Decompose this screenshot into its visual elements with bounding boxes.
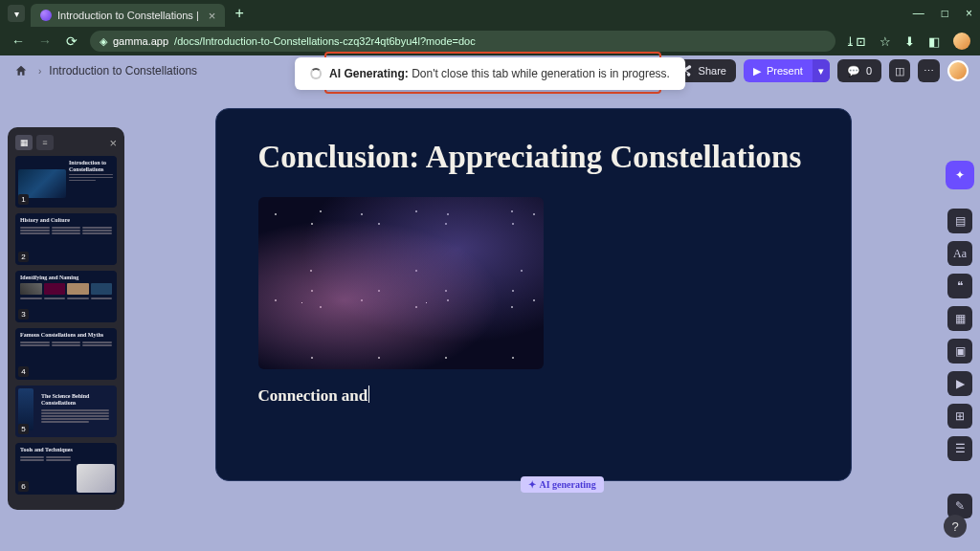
- downloads-icon[interactable]: ⬇: [904, 34, 915, 49]
- table-button[interactable]: ⊞: [947, 404, 972, 429]
- filmstrip-view-tab[interactable]: ▦: [15, 135, 33, 150]
- gamma-favicon-icon: [40, 10, 52, 21]
- present-dropdown[interactable]: ▾: [813, 59, 830, 82]
- ai-generating-chip: AI generating: [521, 476, 604, 493]
- current-slide[interactable]: Conclusion: Appreciating Constellations …: [215, 108, 852, 481]
- form-button[interactable]: ☰: [947, 436, 972, 461]
- video-icon: ▶: [956, 377, 965, 390]
- layout-icon: ▦: [955, 312, 966, 325]
- close-window-icon[interactable]: ×: [966, 7, 972, 20]
- forward-button[interactable]: →: [36, 33, 54, 49]
- workspace: › Introduction to Constellations Theme S…: [0, 55, 980, 551]
- text-aa-icon: Aa: [953, 247, 967, 261]
- browser-toolbar: ← → ⟳ ◈ gamma.app/docs/Introduction-to-C…: [0, 27, 980, 55]
- help-icon: ?: [951, 519, 958, 534]
- slide-image[interactable]: [258, 197, 544, 369]
- toast-message: Don't close this tab while generation is…: [412, 67, 670, 80]
- canvas[interactable]: Conclusion: Appreciating Constellations …: [124, 55, 980, 551]
- maximize-icon[interactable]: □: [942, 7, 948, 20]
- window-controls: — □ ×: [913, 7, 972, 20]
- comment-count: 0: [866, 65, 872, 77]
- pencil-icon: ✎: [955, 499, 965, 513]
- extensions-icon[interactable]: ◧: [928, 34, 940, 49]
- right-tool-rail: ▤ Aa ❝ ▦ ▣ ▶ ⊞ ☰ ✎: [946, 209, 974, 518]
- url-path: /docs/Introduction-to-Constellations-czq…: [174, 35, 476, 47]
- profile-avatar-icon[interactable]: [953, 33, 970, 50]
- user-avatar[interactable]: [947, 60, 969, 81]
- tab-title: Introduction to Constellations |: [57, 10, 199, 21]
- outline-view-tab[interactable]: ≡: [36, 135, 54, 150]
- present-label: Present: [767, 65, 803, 77]
- thumbnail-list: Introduction to Constellations 1 History…: [15, 156, 117, 495]
- callout-icon: ❝: [957, 279, 963, 293]
- callout-button[interactable]: ❝: [947, 274, 972, 298]
- ai-chip-label: AI generating: [540, 479, 596, 490]
- slide-thumb-3[interactable]: Identifying and Naming 3: [15, 271, 117, 322]
- new-tab-button[interactable]: +: [234, 5, 243, 22]
- site-info-icon[interactable]: ◈: [100, 35, 107, 48]
- more-menu-button[interactable]: ⋯: [918, 59, 940, 82]
- analytics-icon: ◫: [895, 65, 904, 77]
- card-templates-button[interactable]: ▤: [947, 209, 972, 233]
- embed-button[interactable]: ▶: [947, 371, 972, 396]
- bookmark-icon[interactable]: ☆: [880, 34, 891, 49]
- play-icon: ▶: [753, 65, 761, 77]
- tab-search-dropdown[interactable]: ▾: [8, 5, 25, 22]
- address-bar[interactable]: ◈ gamma.app/docs/Introduction-to-Constel…: [90, 31, 835, 52]
- browser-tab-bar: ▾ Introduction to Constellations | × + —…: [0, 0, 980, 27]
- image-icon: ▣: [955, 344, 966, 358]
- more-icon: ⋯: [924, 65, 934, 77]
- table-icon: ⊞: [955, 409, 965, 423]
- url-domain: gamma.app: [113, 35, 168, 47]
- slide-thumb-2[interactable]: History and Culture 2: [15, 213, 117, 265]
- analytics-button[interactable]: ◫: [889, 59, 910, 82]
- present-button[interactable]: ▶ Present ▾: [744, 59, 830, 82]
- toast-strong: AI Generating:: [329, 67, 409, 80]
- layout-button[interactable]: ▦: [947, 306, 972, 331]
- slide-thumb-1[interactable]: Introduction to Constellations 1: [15, 156, 117, 208]
- home-button[interactable]: [11, 61, 31, 80]
- ai-generating-toast: AI Generating: Don't close this tab whil…: [295, 57, 685, 90]
- comment-icon: 💬: [847, 65, 860, 77]
- close-tab-icon[interactable]: ×: [209, 9, 216, 23]
- close-panel-button[interactable]: ×: [109, 136, 117, 150]
- text-cursor: [368, 386, 369, 403]
- templates-icon: ▤: [955, 214, 966, 228]
- slide-thumbnails-panel: ▦ ≡ × Introduction to Constellations 1 H…: [8, 127, 124, 510]
- help-button[interactable]: ?: [944, 515, 967, 538]
- visual-button[interactable]: ▣: [947, 339, 972, 364]
- comments-button[interactable]: 💬 0: [837, 59, 881, 82]
- text-formatting-button[interactable]: Aa: [947, 241, 972, 266]
- slide-thumb-6[interactable]: Tools and Techniques 6: [15, 443, 117, 495]
- browser-tab[interactable]: Introduction to Constellations | ×: [31, 4, 225, 27]
- spinner-icon: [310, 68, 322, 79]
- form-icon: ☰: [955, 442, 966, 455]
- slide-subheading[interactable]: Connection and: [258, 386, 368, 406]
- sparkle-ai-icon: ✦: [955, 168, 965, 182]
- back-button[interactable]: ←: [10, 33, 27, 49]
- slide-thumb-4[interactable]: Famous Constellations and Myths 4: [15, 328, 117, 380]
- slide-heading[interactable]: Conclusion: Appreciating Constellations: [258, 140, 809, 176]
- share-label: Share: [699, 65, 726, 77]
- slide-thumb-5[interactable]: The Science Behind Constellations 5: [15, 386, 117, 437]
- doc-title[interactable]: Introduction to Constellations: [49, 64, 197, 77]
- breadcrumb-chevron-icon: ›: [38, 66, 41, 77]
- minimize-icon[interactable]: —: [913, 7, 924, 20]
- reload-button[interactable]: ⟳: [63, 33, 80, 49]
- install-app-icon[interactable]: ⤓⊡: [845, 34, 866, 49]
- ai-assistant-button[interactable]: ✦: [946, 161, 974, 189]
